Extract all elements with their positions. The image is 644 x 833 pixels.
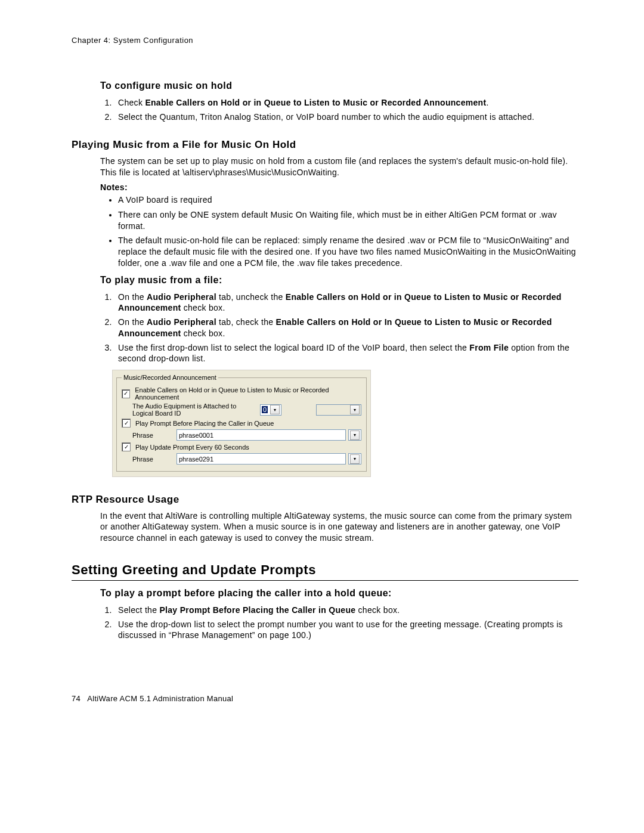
step-text: tab, uncheck the (216, 292, 286, 302)
paragraph: The system can be set up to play music o… (100, 156, 578, 177)
divider (72, 580, 578, 581)
heading-play-prompt-hold-queue: To play a prompt before placing the call… (100, 588, 578, 599)
list-item: On the Audio Peripheral tab, uncheck the… (114, 292, 578, 313)
checkbox-play-prompt-before[interactable] (122, 419, 131, 428)
checkbox-label: Play Update Prompt Every 60 Seconds (135, 444, 249, 451)
step-text: On the (118, 317, 147, 327)
page-number: 74 (72, 694, 80, 703)
checkbox-enable-callers[interactable] (122, 389, 130, 398)
step-text: Select the Quantum, Triton Analog Statio… (118, 112, 534, 122)
step-text: . (486, 98, 488, 107)
list-item: There can only be ONE system default Mus… (118, 209, 578, 232)
checkbox-label: Play Prompt Before Placing the Caller in… (135, 420, 274, 427)
step-bold: Audio Peripheral (147, 292, 216, 302)
checkbox-label: Enable Callers on Hold or in Queue to Li… (135, 386, 361, 401)
phrase1-input[interactable]: phrase0001 (177, 429, 346, 441)
step-bold: Audio Peripheral (147, 317, 216, 327)
step-text: Check (118, 98, 145, 107)
steps-play-music-file: On the Audio Peripheral tab, uncheck the… (100, 292, 578, 364)
chapter-header: Chapter 4: System Configuration (72, 36, 578, 45)
notes-list: A VoIP board is required There can only … (100, 194, 578, 269)
phrase2-input[interactable]: phrase0291 (177, 453, 346, 465)
step-text: On the (118, 292, 147, 302)
list-item: Use the first drop-down list to select t… (114, 342, 578, 364)
step-text: check box. (355, 605, 400, 615)
list-item: Select the Quantum, Triton Analog Statio… (114, 112, 578, 122)
checkbox-play-update-prompt[interactable] (122, 442, 131, 451)
step-bold: Play Prompt Before Placing the Caller in… (159, 605, 355, 615)
list-item: Check Enable Callers on Hold or in Queue… (114, 97, 578, 108)
chevron-down-icon[interactable]: ▾ (350, 454, 360, 464)
source-select[interactable]: ▾ (316, 404, 361, 416)
paragraph: In the event that AltiWare is controllin… (100, 510, 578, 543)
list-item: Use the drop-down list to select the pro… (114, 619, 578, 640)
chevron-down-icon[interactable]: ▾ (350, 405, 360, 414)
phrase2-select[interactable]: ▾ (348, 453, 361, 465)
phrase-label: Phrase (132, 456, 174, 463)
list-item: On the Audio Peripheral tab, check the E… (114, 317, 578, 338)
dialog-music-recorded: Music/Recorded Announcement Enable Calle… (112, 370, 371, 477)
phrase1-select[interactable]: ▾ (348, 429, 361, 441)
heading-configure-moh: To configure music on hold (100, 80, 578, 91)
step-bold: Enable Callers on Hold or in Queue to Li… (145, 98, 486, 107)
chevron-down-icon[interactable]: ▾ (270, 405, 280, 414)
heading-setting-greeting: Setting Greeting and Update Prompts (72, 562, 578, 578)
board-id-select[interactable]: 0 ▾ (260, 404, 281, 416)
heading-playing-music-file: Playing Music from a File for Music On H… (72, 139, 578, 151)
steps-configure-moh: Check Enable Callers on Hold or in Queue… (100, 97, 578, 122)
list-item: The default music-on-hold file can be re… (118, 235, 578, 269)
step-text: tab, check the (216, 317, 276, 327)
board-id-value: 0 (262, 406, 268, 413)
heading-rtp-resource: RTP Resource Usage (72, 494, 578, 506)
dialog-legend: Music/Recorded Announcement (122, 374, 218, 381)
step-text: Use the drop-down list to select the pro… (118, 620, 563, 640)
list-item: Select the Play Prompt Before Placing th… (114, 605, 578, 615)
chevron-down-icon[interactable]: ▾ (350, 431, 360, 440)
steps-play-prompt: Select the Play Prompt Before Placing th… (100, 605, 578, 641)
step-text: Use the first drop-down list to select t… (118, 343, 469, 352)
step-text: check box. (181, 329, 225, 338)
step-text: Select the (118, 605, 159, 615)
notes-label: Notes: (100, 182, 578, 192)
step-bold: From File (469, 343, 509, 352)
board-id-label: The Audio Equipment is Attached to Logic… (132, 402, 258, 417)
list-item: A VoIP board is required (118, 194, 578, 206)
step-text: check box. (181, 303, 225, 312)
heading-play-music-file: To play music from a file: (100, 275, 578, 286)
book-title: AltiWare ACM 5.1 Administration Manual (87, 694, 233, 703)
phrase-label: Phrase (132, 432, 174, 439)
footer: 74 AltiWare ACM 5.1 Administration Manua… (72, 694, 578, 703)
